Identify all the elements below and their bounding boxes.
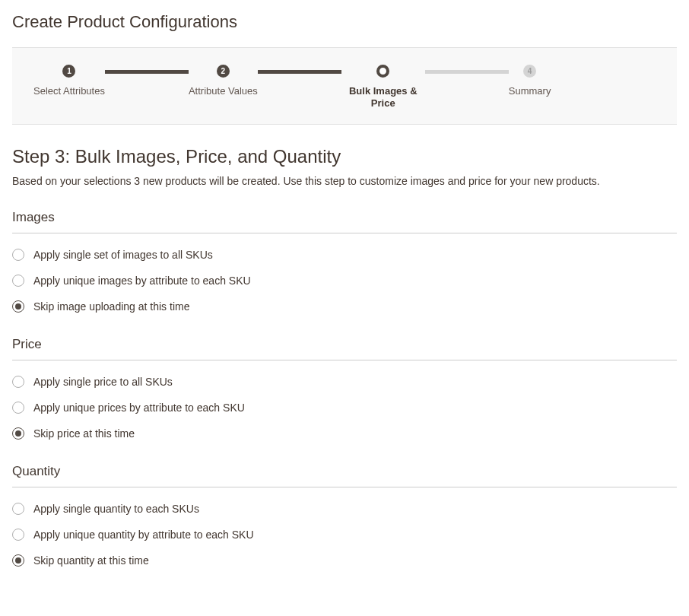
radio-icon (12, 275, 24, 287)
section-title-quantity: Quantity (12, 464, 677, 487)
step-connector (105, 70, 189, 74)
price-option-skip[interactable]: Skip price at this time (12, 427, 677, 440)
step-dot: 1 (62, 65, 75, 78)
step-label: Bulk Images & Price (341, 85, 425, 110)
step-label: Attribute Values (189, 85, 258, 97)
radio-label: Apply unique images by attribute to each… (33, 275, 251, 287)
step-description: Based on your selections 3 new products … (12, 175, 677, 187)
price-option-unique[interactable]: Apply unique prices by attribute to each… (12, 402, 677, 414)
step-label: Summary (509, 85, 551, 97)
step-1[interactable]: 1 Select Attributes (33, 65, 105, 97)
step-dot (376, 65, 389, 78)
quantity-option-single[interactable]: Apply single quantity to each SKUs (12, 503, 677, 515)
step-connector (425, 70, 509, 74)
images-option-skip[interactable]: Skip image uploading at this time (12, 300, 677, 313)
quantity-section: Quantity Apply single quantity to each S… (12, 464, 677, 567)
stepper-container: 1 Select Attributes 2 Attribute Values B… (12, 47, 677, 125)
radio-label: Apply unique quantity by attribute to ea… (33, 529, 254, 541)
stepper: 1 Select Attributes 2 Attribute Values B… (12, 65, 677, 110)
section-title-images: Images (12, 210, 677, 233)
step-heading: Step 3: Bulk Images, Price, and Quantity (12, 146, 677, 167)
radio-label: Apply unique prices by attribute to each… (33, 402, 245, 414)
page-title: Create Product Configurations (12, 12, 677, 32)
images-option-unique[interactable]: Apply unique images by attribute to each… (12, 275, 677, 287)
images-option-single[interactable]: Apply single set of images to all SKUs (12, 249, 677, 261)
radio-icon (12, 427, 24, 440)
quantity-option-unique[interactable]: Apply unique quantity by attribute to ea… (12, 529, 677, 541)
radio-label: Apply single set of images to all SKUs (33, 249, 213, 261)
step-label: Select Attributes (33, 85, 105, 97)
radio-icon (12, 529, 24, 541)
radio-icon (12, 376, 24, 388)
images-section: Images Apply single set of images to all… (12, 210, 677, 313)
quantity-option-skip[interactable]: Skip quantity at this time (12, 554, 677, 567)
radio-icon (12, 249, 24, 261)
step-dot: 4 (523, 65, 536, 78)
section-title-price: Price (12, 337, 677, 360)
radio-icon (12, 503, 24, 515)
radio-label: Apply single price to all SKUs (33, 376, 173, 388)
step-3[interactable]: Bulk Images & Price (341, 65, 425, 110)
step-connector (258, 70, 341, 74)
step-4[interactable]: 4 Summary (509, 65, 551, 97)
price-section: Price Apply single price to all SKUs App… (12, 337, 677, 440)
radio-icon (12, 554, 24, 567)
price-option-single[interactable]: Apply single price to all SKUs (12, 376, 677, 388)
step-2[interactable]: 2 Attribute Values (189, 65, 258, 97)
radio-icon (12, 300, 24, 313)
radio-label: Skip image uploading at this time (33, 300, 189, 313)
step-dot: 2 (217, 65, 230, 78)
radio-label: Apply single quantity to each SKUs (33, 503, 199, 515)
radio-label: Skip quantity at this time (33, 554, 149, 567)
radio-icon (12, 402, 24, 414)
radio-label: Skip price at this time (33, 427, 135, 440)
